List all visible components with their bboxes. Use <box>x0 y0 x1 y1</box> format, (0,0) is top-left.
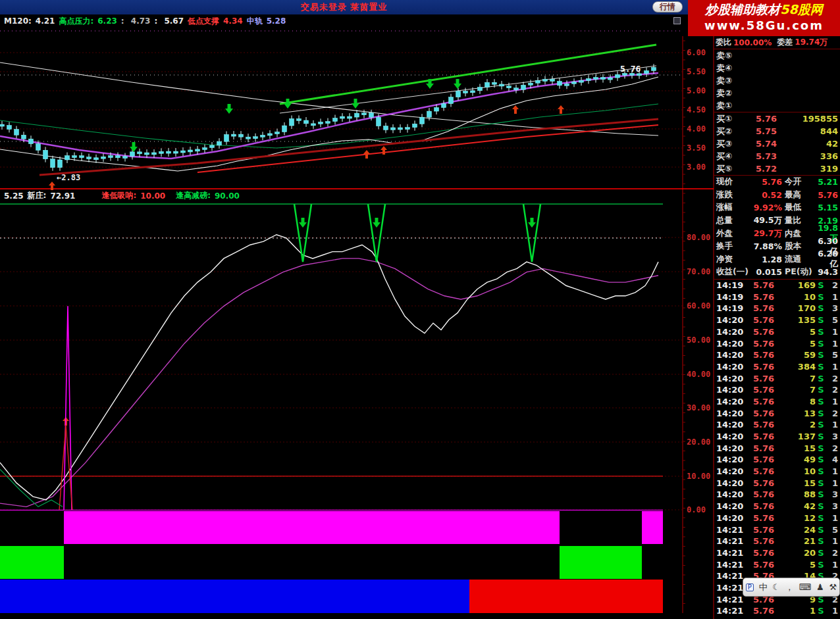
stat-label: PE(动) <box>785 266 814 278</box>
tick-row: 14:205.76384S1 <box>714 361 840 373</box>
svg-text:3.50: 3.50 <box>687 143 706 153</box>
tick-price: 5.76 <box>744 292 774 302</box>
high-pressure-value: 6.23 <box>97 16 117 26</box>
stat-value: 0.52 <box>750 190 782 200</box>
tick-count: 2 <box>826 385 838 395</box>
svg-text:←2.83: ←2.83 <box>57 173 80 182</box>
svg-text:10.00: 10.00 <box>687 472 710 481</box>
tick-time: 14:20 <box>716 374 744 384</box>
tick-side: S <box>816 548 826 558</box>
tick-row: 14:205.7613S2 <box>714 407 840 419</box>
tick-time: 14:20 <box>716 397 744 407</box>
stat-label: 收益(一) <box>716 266 750 278</box>
keyboard-icon[interactable]: ⌨ <box>799 583 811 591</box>
chart-area[interactable]: 6.005.505.004.504.003.503.0080.0070.0060… <box>0 28 714 619</box>
tick-time: 14:20 <box>716 315 744 325</box>
sell-row: 卖① <box>714 99 840 112</box>
fullwidth-moon-icon[interactable]: ☾ <box>772 583 780 591</box>
tick-volume: 1 <box>774 606 816 616</box>
weibi-value: 100.00% <box>733 38 772 47</box>
stat-value: 5.15 <box>814 203 838 212</box>
tick-time: 14:20 <box>716 327 744 337</box>
sell-level-label: 卖③ <box>716 75 743 87</box>
svg-text:50.00: 50.00 <box>687 335 710 345</box>
chinese-mode-icon[interactable]: 中 <box>759 583 768 591</box>
panel-restore-icon[interactable] <box>673 17 681 24</box>
tick-count: 3 <box>826 432 838 441</box>
trading-app-window: 交易未登录 莱茵置业 行情 炒股辅助教材58股网 www.58Gu.com M1… <box>0 0 840 619</box>
buy-volume: 195855 <box>777 114 838 124</box>
tick-price: 5.76 <box>744 280 774 290</box>
stat-row: 涨跌0.52最高5.76 <box>714 189 840 202</box>
mid-band-value: 5.28 <box>267 16 286 26</box>
punctuation-icon[interactable]: ， <box>785 583 794 591</box>
tick-row: 14:205.7642S3 <box>714 501 840 512</box>
weibi-label: 委比 <box>716 37 731 48</box>
buy-price: 5.76 <box>743 114 777 124</box>
stat-value: 5.76 <box>814 190 838 200</box>
stat-label: 最低 <box>785 202 814 213</box>
tick-count: 2 <box>826 548 838 558</box>
tick-list[interactable]: 14:195.76169S214:195.7610S114:195.76170S… <box>714 280 840 617</box>
tick-volume: 21 <box>774 536 816 546</box>
signal-bar-blue <box>0 580 469 613</box>
tick-volume: 7 <box>774 385 816 395</box>
signal-bar-green <box>0 546 64 579</box>
tick-row: 14:215.765S1 <box>714 558 840 570</box>
tick-time: 14:20 <box>716 478 744 488</box>
stat-label: 现价 <box>716 176 750 187</box>
tick-row: 14:195.7610S1 <box>714 291 840 303</box>
buy-level-label: 买④ <box>716 151 743 162</box>
tick-time: 14:21 <box>716 525 744 535</box>
tick-volume: 2 <box>774 420 816 430</box>
tick-row: 14:205.768S1 <box>714 396 840 408</box>
stat-value: 1.28 <box>750 255 782 264</box>
low-support-value: 4.34 <box>223 16 243 26</box>
signal-bar-red <box>469 580 663 613</box>
tick-volume: 170 <box>774 303 816 313</box>
tick-count: 1 <box>826 536 838 546</box>
tick-price: 5.76 <box>744 374 774 384</box>
panel2-left-value: 5.25 <box>4 191 24 201</box>
stat-row: 现价5.76今开5.21 <box>714 176 840 189</box>
signal-bar-green <box>560 546 642 579</box>
tick-price: 5.76 <box>744 548 774 558</box>
buy-level-label: 买② <box>716 126 743 137</box>
tick-row: 14:205.762S1 <box>714 419 840 431</box>
tick-row: 14:205.7612S1 <box>714 512 840 524</box>
tick-price: 5.76 <box>744 525 774 535</box>
tick-price: 5.76 <box>744 362 774 372</box>
tick-count: 2 <box>826 374 838 384</box>
m120-value: 4.21 <box>36 16 55 26</box>
ime-logo-icon[interactable]: P <box>746 583 754 591</box>
tick-volume: 8 <box>774 397 816 407</box>
tick-price: 5.76 <box>744 489 774 499</box>
svg-text:80.00: 80.00 <box>687 233 710 242</box>
tick-time: 14:20 <box>716 513 744 523</box>
tick-time: 14:21 <box>716 583 744 593</box>
tick-side: S <box>816 303 826 313</box>
tick-count: 2 <box>826 443 838 453</box>
stat-row: 收益(一)0.015PE(动)94.3 <box>714 266 840 279</box>
tick-count: 1 <box>826 327 838 337</box>
tick-volume: 13 <box>774 409 816 418</box>
tick-volume: 15 <box>774 443 816 453</box>
stat-row: 涨幅9.92%最低5.15 <box>714 201 840 214</box>
tick-count: 1 <box>826 560 838 570</box>
tick-count: 3 <box>826 489 838 499</box>
wrench-icon[interactable]: ⚒ <box>829 583 837 591</box>
mid-value-2: : 5.67 <box>154 16 184 26</box>
user-icon[interactable]: ♟ <box>816 583 824 591</box>
quote-button[interactable]: 行情 <box>652 1 683 12</box>
tick-time: 14:20 <box>716 362 744 372</box>
sell-high-value: 90.00 <box>215 191 240 201</box>
tick-side: S <box>816 374 826 384</box>
tick-count: 1 <box>826 420 838 430</box>
zhuang-value: 72.91 <box>50 191 75 201</box>
tick-count: 5 <box>826 350 838 360</box>
buy-queue: 买①5.76195855买②5.75844买③5.7442买④5.73336买⑤… <box>714 112 840 175</box>
stat-label: 净资 <box>716 254 750 265</box>
tick-count: 2 <box>826 409 838 418</box>
tick-price: 5.76 <box>744 432 774 441</box>
tick-side: S <box>816 560 826 570</box>
